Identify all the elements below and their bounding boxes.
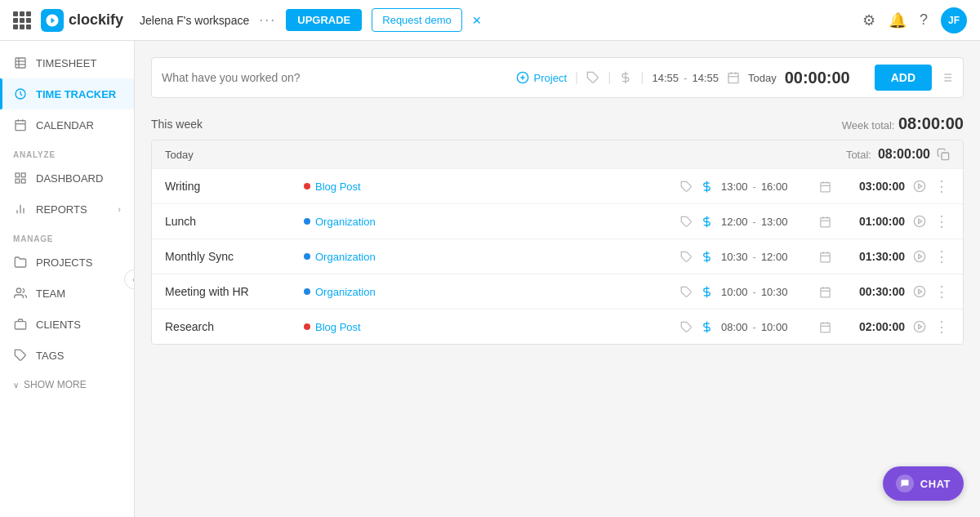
entry-project[interactable]: Organization — [304, 216, 672, 228]
calendar-icon[interactable] — [819, 181, 831, 193]
entry-end[interactable]: 10:30 — [761, 286, 788, 298]
calendar-picker-icon[interactable] — [727, 71, 740, 84]
more-options-button[interactable]: ⋮ — [934, 318, 950, 336]
play-icon[interactable] — [913, 180, 926, 193]
more-options-button[interactable]: ⋮ — [934, 212, 950, 230]
apps-icon[interactable] — [13, 11, 31, 29]
play-icon[interactable] — [913, 285, 926, 298]
entry-duration: 03:00:00 — [840, 180, 905, 193]
manage-section-label: MANAGE — [0, 225, 134, 247]
sidebar-item-team[interactable]: TEAM — [0, 278, 134, 309]
grid-icon — [13, 171, 28, 185]
billing-icon[interactable] — [701, 286, 713, 298]
billing-icon[interactable] — [701, 216, 713, 228]
more-options-button[interactable]: ⋮ — [934, 247, 950, 265]
entry-end[interactable]: 16:00 — [761, 181, 788, 193]
svg-rect-37 — [821, 182, 830, 191]
svg-rect-61 — [821, 287, 830, 296]
project-button[interactable]: Project — [516, 71, 567, 84]
tag-icon[interactable] — [680, 251, 693, 263]
sidebar-item-reports[interactable]: REPORTS › — [0, 194, 134, 225]
entry-start[interactable]: 13:00 — [721, 181, 748, 193]
calendar-icon[interactable] — [819, 286, 831, 298]
workspace-options-button[interactable]: ··· — [259, 11, 276, 29]
add-button[interactable]: ADD — [875, 65, 932, 91]
sidebar-item-tags[interactable]: TAGS — [0, 340, 134, 371]
entry-project[interactable]: Organization — [304, 251, 672, 263]
chat-button[interactable]: CHAT — [883, 466, 964, 501]
entry-project[interactable]: Blog Post — [304, 321, 672, 333]
table-row: Monthly Sync Organization 10:30 - 12:00 … — [152, 238, 963, 274]
calendar-icon[interactable] — [819, 216, 831, 228]
day-total: Total: 08:00:00 — [846, 147, 950, 162]
settings-icon[interactable]: ⚙ — [862, 11, 875, 29]
entry-duration: 00:30:00 — [840, 285, 905, 298]
entry-start[interactable]: 10:00 — [721, 286, 748, 298]
calendar-icon[interactable] — [819, 321, 831, 333]
entry-description: Writing — [165, 180, 296, 193]
billing-icon[interactable] — [701, 251, 713, 263]
play-icon[interactable] — [913, 320, 926, 333]
sidebar-item-clients[interactable]: CLIENTS — [0, 309, 134, 340]
time-range: 14:55 - 14:55 — [653, 72, 719, 84]
tag-icon[interactable] — [680, 181, 693, 193]
top-nav: clockify Jelena F's workspace ··· UPGRAD… — [0, 0, 980, 41]
entry-end[interactable]: 13:00 — [761, 216, 788, 228]
project-color-dot — [304, 323, 310, 330]
table-row: Lunch Organization 12:00 - 13:00 01:00:0… — [152, 203, 963, 238]
billing-icon[interactable] — [619, 71, 632, 84]
billing-icon[interactable] — [701, 181, 713, 193]
avatar[interactable]: JF — [941, 7, 967, 33]
users-icon — [13, 286, 28, 301]
svg-point-49 — [914, 216, 924, 226]
tag-icon[interactable] — [586, 71, 599, 84]
entry-time-range: 10:00 - 10:30 — [721, 286, 811, 298]
svg-rect-24 — [728, 74, 738, 83]
entry-project[interactable]: Organization — [304, 286, 672, 298]
mode-switch-icon[interactable] — [940, 71, 953, 84]
entry-end[interactable]: 12:00 — [761, 251, 788, 263]
end-time[interactable]: 14:55 — [692, 72, 719, 84]
help-icon[interactable]: ? — [920, 11, 928, 29]
sidebar-item-dashboard[interactable]: DASHBOARD — [0, 163, 134, 194]
sidebar-item-projects[interactable]: PROJECTS — [0, 247, 134, 278]
billing-icon[interactable] — [701, 321, 713, 333]
entry-start[interactable]: 10:30 — [721, 251, 748, 263]
play-icon[interactable] — [913, 250, 926, 263]
show-more-button[interactable]: ∨ SHOW MORE — [0, 371, 134, 399]
sidebar-item-calendar[interactable]: CALENDAR — [0, 109, 134, 140]
sidebar-item-timesheet[interactable]: TIMESHEET — [0, 47, 134, 78]
request-demo-button[interactable]: Request demo — [372, 8, 462, 32]
entry-project[interactable]: Blog Post — [304, 181, 672, 193]
copy-icon[interactable] — [937, 148, 950, 161]
demo-close-button[interactable]: ✕ — [472, 14, 482, 27]
sidebar-item-label: TIMESHEET — [36, 57, 96, 69]
entry-duration: 01:00:00 — [840, 215, 905, 228]
entry-start[interactable]: 12:00 — [721, 216, 748, 228]
sidebar-item-time-tracker[interactable]: TIME TRACKER — [0, 78, 134, 109]
analyze-section-label: ANALYZE — [0, 140, 134, 163]
tag-icon[interactable] — [680, 286, 693, 298]
time-description-input[interactable] — [162, 71, 508, 84]
start-time[interactable]: 14:55 — [653, 72, 679, 84]
tag-icon[interactable] — [680, 321, 693, 333]
logo: clockify — [41, 9, 123, 32]
entry-time-range: 10:30 - 12:00 — [721, 251, 811, 263]
more-options-button[interactable]: ⋮ — [934, 283, 950, 301]
svg-rect-5 — [16, 121, 25, 131]
calendar-icon[interactable] — [819, 251, 831, 263]
tag-icon[interactable] — [680, 216, 693, 228]
entry-description: Meeting with HR — [165, 285, 296, 298]
more-options-button[interactable]: ⋮ — [934, 177, 950, 195]
entry-start[interactable]: 08:00 — [721, 321, 748, 333]
project-name: Organization — [315, 286, 376, 298]
notifications-icon[interactable]: 🔔 — [889, 11, 906, 29]
svg-rect-17 — [15, 322, 25, 329]
project-name: Organization — [315, 251, 376, 263]
day-header: Today Total: 08:00:00 — [152, 140, 963, 168]
date-chip[interactable]: Today — [748, 72, 777, 84]
play-icon[interactable] — [913, 215, 926, 228]
upgrade-button[interactable]: UPGRADE — [286, 9, 362, 31]
entry-end[interactable]: 10:00 — [761, 321, 788, 333]
svg-marker-66 — [919, 289, 922, 293]
